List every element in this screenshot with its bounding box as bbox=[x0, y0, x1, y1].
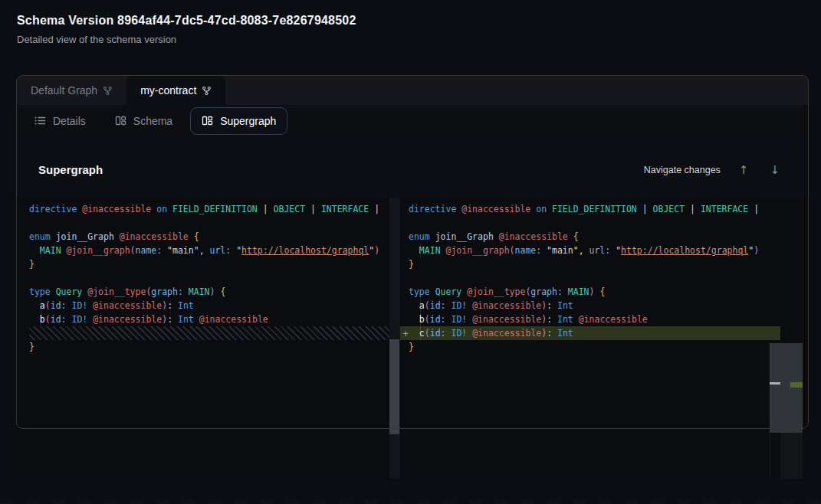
next-change-button[interactable]: ↓ bbox=[767, 162, 783, 178]
page-subtitle: Detailed view of the schema version bbox=[17, 34, 176, 45]
scrollbar-position-mark bbox=[770, 382, 780, 385]
indent-guide bbox=[41, 244, 41, 257]
code-line: enum join__Graph @inaccessible { bbox=[17, 230, 389, 244]
subtab-schema[interactable]: Schema bbox=[103, 107, 184, 135]
columns-icon bbox=[202, 115, 213, 126]
tab-my-contract[interactable]: my-contract bbox=[126, 76, 225, 105]
subtab-supergraph[interactable]: Supergraph bbox=[190, 107, 287, 135]
code-line: a(id: ID! @inaccessible): Int bbox=[400, 299, 780, 313]
indent-guide bbox=[41, 299, 41, 326]
code-line: type Query @join__type(graph: MAIN) { bbox=[17, 285, 389, 299]
supergraph-heading: Supergraph bbox=[38, 163, 103, 176]
code-line: type Query @join__type(graph: MAIN) { bbox=[400, 285, 780, 299]
tab-label: Default Graph bbox=[31, 84, 97, 97]
code-line: } bbox=[400, 340, 780, 354]
code-line bbox=[400, 216, 780, 230]
view-subtabs: Details Schema Supergraph bbox=[17, 105, 809, 136]
fork-icon bbox=[103, 86, 113, 96]
code-line: } bbox=[17, 340, 389, 354]
code-line bbox=[17, 271, 389, 285]
diff-splitter[interactable] bbox=[389, 198, 400, 479]
code-line: MAIN @join__graph(name: "main", url: "ht… bbox=[400, 244, 780, 257]
columns-icon bbox=[115, 115, 126, 126]
code-line: directive @inaccessible on FIELD_DEFINIT… bbox=[17, 202, 389, 216]
code-line: } bbox=[17, 257, 389, 271]
supergraph-diff-editor[interactable]: directive @inaccessible on FIELD_DEFINIT… bbox=[17, 198, 809, 479]
code-line: enum join__Graph @inaccessible { bbox=[400, 230, 780, 244]
code-line: b(id: ID! @inaccessible): Int @inaccessi… bbox=[17, 313, 389, 326]
overview-ruler-added-mark bbox=[790, 382, 803, 388]
schema-version-page: Schema Version 8964af44-7dc5-47cd-8083-7… bbox=[0, 0, 821, 504]
tab-label: my-contract bbox=[140, 84, 196, 97]
tab-default-graph[interactable]: Default Graph bbox=[17, 76, 126, 105]
code-line bbox=[400, 271, 780, 285]
left-pane-scrollbar[interactable] bbox=[389, 339, 399, 434]
code-line: MAIN @join__graph(name: "main", url: "ht… bbox=[17, 244, 389, 257]
code-line: directive @inaccessible on FIELD_DEFINIT… bbox=[400, 202, 780, 216]
right-pane-scrollbar[interactable] bbox=[770, 343, 803, 433]
code-line: } bbox=[400, 257, 780, 271]
indent-guide bbox=[420, 244, 421, 257]
subtab-label: Schema bbox=[133, 115, 172, 127]
inserted-line-sign: + bbox=[399, 327, 412, 341]
subtab-label: Supergraph bbox=[220, 115, 276, 127]
page-title: Schema Version 8964af44-7dc5-47cd-8083-7… bbox=[17, 14, 356, 28]
indent-guide bbox=[420, 299, 421, 340]
added-code-line: c(id: ID! @inaccessible): Int bbox=[400, 326, 780, 340]
navigate-changes-label: Navigate changes bbox=[644, 165, 721, 175]
code-line: a(id: ID! @inaccessible): Int bbox=[17, 299, 389, 313]
overview-ruler-column bbox=[780, 433, 803, 479]
diff-original-pane: directive @inaccessible on FIELD_DEFINIT… bbox=[17, 198, 389, 479]
previous-change-button[interactable]: ↑ bbox=[736, 162, 752, 178]
fork-icon bbox=[202, 86, 212, 96]
diff-modified-pane: directive @inaccessible on FIELD_DEFINIT… bbox=[400, 198, 780, 479]
subtab-details[interactable]: Details bbox=[23, 107, 97, 135]
code-line: b(id: ID! @inaccessible): Int @inaccessi… bbox=[400, 313, 780, 326]
bottom-clipped-region bbox=[0, 499, 821, 504]
navigate-changes: Navigate changes ↑ ↓ bbox=[644, 162, 783, 178]
collapsed-diff-placeholder bbox=[29, 326, 389, 340]
subtab-label: Details bbox=[53, 115, 86, 127]
code-line bbox=[17, 216, 389, 230]
graph-tabbar: Default Graph my-contract bbox=[17, 76, 809, 105]
list-icon bbox=[34, 115, 46, 126]
